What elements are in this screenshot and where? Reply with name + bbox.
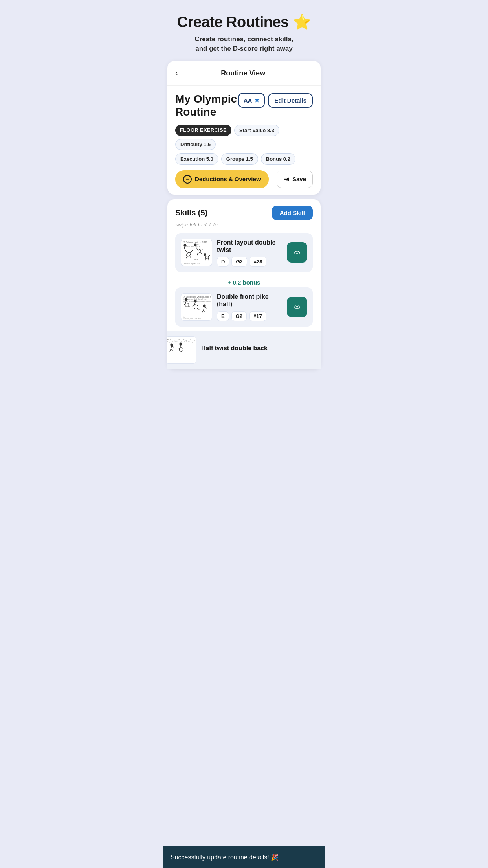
skill-name-1: Front layout double twist <box>217 239 282 254</box>
aa-button[interactable]: AA ★ <box>238 93 265 108</box>
skill-info-2: Double front pike (half) E G2 #17 <box>217 293 282 321</box>
skill-name-2: Double front pike (half) <box>217 293 282 308</box>
skill-tag-number-1: #28 <box>250 257 267 267</box>
skill-info-3: Half twist double back <box>201 344 321 355</box>
tags-row-1: FLOOR EXERCISE Start Value 8.3 Difficult… <box>175 125 313 150</box>
skill-tag-number-2: #17 <box>249 311 266 321</box>
edit-details-button[interactable]: Edit Details <box>268 93 313 108</box>
svg-point-16 <box>194 244 196 246</box>
execution-tag: Execution 5.0 <box>175 153 218 165</box>
deductions-button[interactable]: − Deductions & Overview <box>175 170 269 188</box>
minus-circle-icon: − <box>183 175 192 184</box>
swipe-hint: swipe left to delete <box>175 222 313 228</box>
infinity-icon-1: ∞ <box>294 248 300 257</box>
routine-header: My OlympicRoutine AA ★ Edit Details <box>175 93 313 118</box>
svg-point-40 <box>203 305 205 307</box>
routine-details: My OlympicRoutine AA ★ Edit Details FLOO… <box>167 86 321 194</box>
skills-title: Skills (5) <box>175 208 207 217</box>
skill-name-3: Half twist double back <box>201 344 321 352</box>
routine-card: ‹ Routine View My OlympicRoutine AA ★ Ed… <box>167 61 321 194</box>
back-button[interactable]: ‹ <box>175 67 181 79</box>
skill-info-1: Front layout double twist D G2 #28 <box>217 239 282 267</box>
svg-text:48. Sprung rw. ½ Dr. v. Doppel: 48. Sprung rw. ½ Dr. v. Doppelsalto rw. … <box>167 339 196 341</box>
svg-point-36 <box>194 300 196 302</box>
svg-point-50 <box>171 344 173 346</box>
skill-item-3-partial: 48. Sprung rw. ½ Dr. v. Doppelsalto rw. … <box>167 331 321 369</box>
difficulty-tag: Difficulty 1.6 <box>175 139 216 150</box>
aa-label: AA <box>244 97 252 104</box>
skills-header: Skills (5) Add Skill <box>175 206 313 220</box>
skill-tag-difficulty-1: D <box>217 257 229 267</box>
svg-point-8 <box>184 244 186 246</box>
save-icon: ⇥ <box>283 175 289 184</box>
bonus-tag: Bonus 0.2 <box>261 153 295 165</box>
start-value-tag: Start Value 8.3 <box>234 125 279 136</box>
skill-tag-group-2: G2 <box>231 311 247 321</box>
routine-name: My OlympicRoutine <box>175 93 238 118</box>
svg-point-55 <box>180 343 182 345</box>
save-button[interactable]: ⇥ Save <box>277 171 313 188</box>
svg-point-23 <box>204 254 206 256</box>
tags-row-2: Execution 5.0 Groups 1.5 Bonus 0.2 <box>175 153 313 165</box>
svg-text:28. Salto vo. gestr. m. 2/1 Dr: 28. Salto vo. gestr. m. 2/1 Dr. <box>183 241 208 243</box>
svg-point-32 <box>185 298 187 301</box>
skills-card: Skills (5) Add Skill swipe left to delet… <box>167 199 321 369</box>
skill-tags-1: D G2 #28 <box>217 257 282 267</box>
add-skill-button[interactable]: Add Skill <box>272 206 313 220</box>
skill-item-1: 28. Salto vo. gestr. m. 2/1 Dr. Salto fw… <box>175 233 313 272</box>
skill-tags-2: E G2 #17 <box>217 311 282 321</box>
nav-bar: ‹ Routine View <box>167 61 321 86</box>
action-row: − Deductions & Overview ⇥ Save <box>175 170 313 188</box>
app-header: Create Routines ⭐ Create routines, conne… <box>163 0 325 61</box>
infinity-button-2[interactable]: ∞ <box>287 297 307 317</box>
skill-thumb-2: 17. Doppelsalto vw. geb., auch mit ½ Dre… <box>181 293 212 321</box>
app-title: Create Routines ⭐ <box>171 14 317 31</box>
apparatus-tag: FLOOR EXERCISE <box>175 125 231 136</box>
skill-tag-difficulty-2: E <box>217 311 229 321</box>
skill-thumb-1: 28. Salto vo. gestr. m. 2/1 Dr. Salto fw… <box>181 239 212 266</box>
svg-text:Сальто вп., согн. с ½ п., 4 шт: Сальто вп., согн. с ½ п., 4 шт. <box>183 318 202 320</box>
skill-item-2: 17. Doppelsalto vw. geb., auch mit ½ Dre… <box>175 287 313 326</box>
groups-tag: Groups 1.5 <box>221 153 258 165</box>
star-icon: ★ <box>254 97 259 104</box>
app-subtitle: Create routines, connect skills,and get … <box>171 35 317 53</box>
nav-title: Routine View <box>181 69 313 77</box>
skill-tag-group-1: G2 <box>231 257 247 267</box>
skills-bottom-area: 48. Sprung rw. ½ Dr. v. Doppelsalto rw. … <box>167 331 321 369</box>
skill-thumb-3: 48. Sprung rw. ½ Dr. v. Doppelsalto rw. … <box>167 336 196 364</box>
routine-actions: AA ★ Edit Details <box>238 93 313 108</box>
svg-text:17. Doppelsalto vw. geb., auch: 17. Doppelsalto vw. geb., auch mit ½ Dre… <box>183 296 211 298</box>
svg-text:Сальто вп., прям с 2/1 п.: Сальто вп., прям с 2/1 п. <box>183 263 200 265</box>
bonus-badge: + 0.2 bonus <box>175 276 313 287</box>
infinity-icon-2: ∞ <box>294 303 300 311</box>
svg-text:Jump fwd. with ½ t to dbl. sal: Jump fwd. with ½ t to dbl. salto bwd. t.… <box>167 341 193 343</box>
infinity-button-1[interactable]: ∞ <box>287 242 307 263</box>
